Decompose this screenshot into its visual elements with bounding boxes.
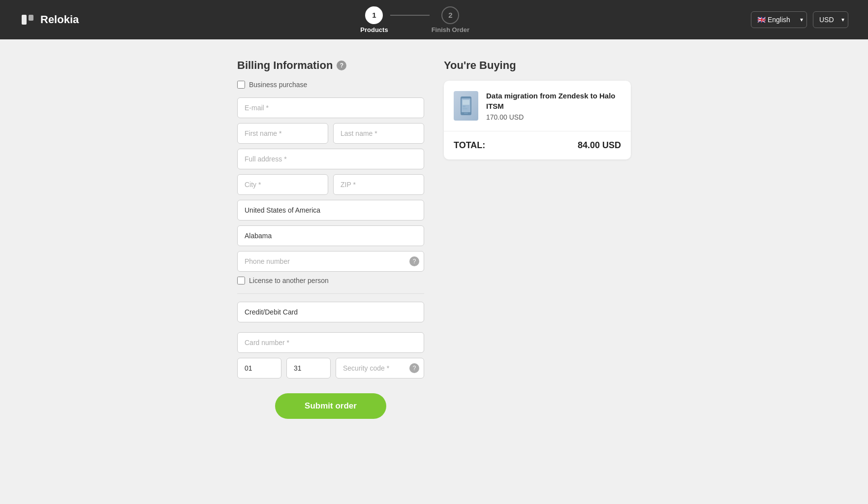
total-amount: 84.00 USD — [578, 140, 621, 151]
order-card: Data migration from Zendesk to Halo ITSM… — [444, 81, 631, 159]
step-2-circle: 2 — [441, 6, 459, 24]
country-group — [237, 200, 424, 220]
expiry-row: ? — [237, 358, 424, 378]
svg-rect-7 — [463, 108, 467, 109]
zip-input[interactable] — [333, 174, 424, 195]
header: Relokia 1 Products 2 Finish Order 🇬🇧 Eng… — [0, 0, 868, 39]
svg-rect-6 — [463, 106, 465, 107]
language-select[interactable]: 🇬🇧 English 🇪🇸 Spanish 🇫🇷 French — [751, 11, 807, 28]
city-zip-row — [237, 174, 424, 195]
step-1-circle: 1 — [365, 6, 383, 24]
product-price: 170.00 USD — [486, 113, 621, 121]
billing-help-icon[interactable]: ? — [337, 61, 346, 70]
main-content: Billing Information ? Business purchase — [163, 39, 705, 439]
address-group — [237, 149, 424, 169]
product-image — [454, 91, 478, 121]
license-checkbox[interactable] — [237, 277, 245, 284]
email-group — [237, 97, 424, 118]
billing-section-title: Billing Information ? — [237, 59, 424, 72]
header-right: 🇬🇧 English 🇪🇸 Spanish 🇫🇷 French USD EUR … — [751, 11, 848, 28]
logo: Relokia — [20, 12, 79, 28]
card-number-input[interactable] — [237, 332, 424, 353]
payment-type-select[interactable]: Credit/Debit Card PayPal Wire Transfer — [237, 302, 424, 322]
billing-panel: Billing Information ? Business purchase — [237, 59, 424, 419]
payment-type-group: Credit/Debit Card PayPal Wire Transfer — [237, 302, 424, 327]
country-input[interactable] — [237, 200, 424, 220]
product-name: Data migration from Zendesk to Halo ITSM — [486, 91, 621, 111]
security-code-help-icon[interactable]: ? — [409, 363, 419, 373]
phone-help-icon[interactable]: ? — [409, 256, 419, 266]
total-label: TOTAL: — [454, 140, 485, 151]
logo-text: Relokia — [40, 13, 79, 26]
business-purchase-checkbox[interactable] — [237, 81, 245, 89]
order-title: You're Buying — [444, 59, 631, 72]
state-input[interactable] — [237, 225, 424, 246]
license-row: License to another person — [237, 277, 424, 284]
form-divider — [237, 293, 424, 294]
product-info: Data migration from Zendesk to Halo ITSM… — [486, 91, 621, 121]
state-group — [237, 225, 424, 246]
step-2: 2 Finish Order — [432, 6, 469, 33]
business-purchase-label[interactable]: Business purchase — [249, 81, 307, 89]
currency-select[interactable]: USD EUR GBP — [813, 11, 848, 28]
submit-button[interactable]: Submit order — [275, 393, 386, 419]
svg-rect-4 — [464, 113, 468, 114]
phone-input[interactable] — [237, 251, 424, 272]
expiry-year-input[interactable] — [286, 358, 331, 378]
step-1: 1 Products — [360, 6, 388, 33]
last-name-input[interactable] — [333, 123, 424, 144]
business-purchase-row: Business purchase — [237, 81, 424, 89]
email-input[interactable] — [237, 97, 424, 118]
order-panel: You're Buying Data migration from Zende — [444, 59, 631, 419]
svg-rect-5 — [463, 100, 469, 105]
security-code-group: ? — [336, 358, 424, 378]
stepper: 1 Products 2 Finish Order — [360, 6, 469, 33]
language-select-wrapper: 🇬🇧 English 🇪🇸 Spanish 🇫🇷 French — [751, 11, 807, 28]
currency-select-wrapper: USD EUR GBP — [813, 11, 848, 28]
first-name-input[interactable] — [237, 123, 328, 144]
svg-rect-1 — [29, 15, 33, 21]
card-number-group — [237, 332, 424, 353]
address-input[interactable] — [237, 149, 424, 169]
expiry-month-input[interactable] — [237, 358, 281, 378]
license-label[interactable]: License to another person — [249, 277, 329, 284]
logo-icon — [20, 12, 35, 28]
city-input[interactable] — [237, 174, 328, 195]
phone-group: ? — [237, 251, 424, 272]
step-connector — [390, 15, 430, 16]
total-row: TOTAL: 84.00 USD — [444, 131, 631, 159]
step-2-label: Finish Order — [432, 26, 469, 33]
name-row — [237, 123, 424, 144]
product-row: Data migration from Zendesk to Halo ITSM… — [444, 81, 631, 131]
svg-rect-0 — [22, 15, 27, 25]
step-1-label: Products — [360, 26, 388, 33]
